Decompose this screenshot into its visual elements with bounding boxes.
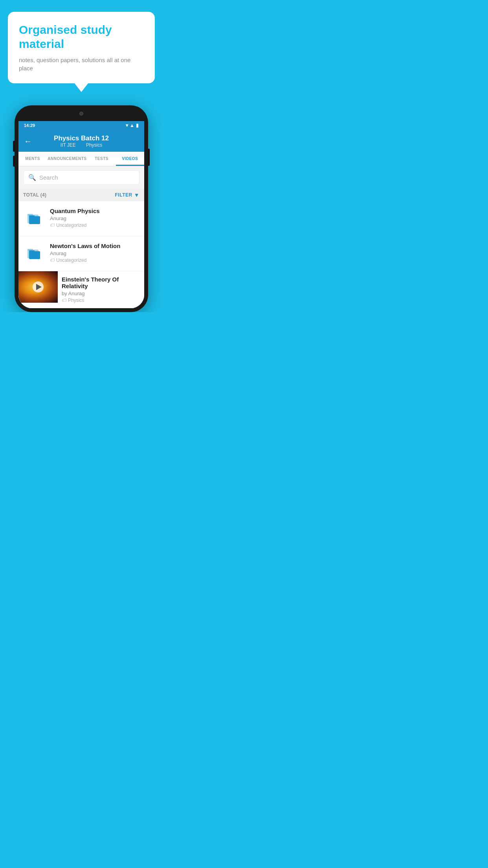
list-item[interactable]: Einstein's Theory Of Relativity by Anura… [18, 271, 144, 308]
tag-label-quantum: Uncategorized [56, 223, 86, 228]
phone-notch [58, 109, 105, 118]
tag-label-newton: Uncategorized [56, 257, 86, 263]
header-subtitle-separator [80, 142, 83, 148]
status-icons: ▾ ▲ ▮ [126, 123, 139, 128]
header-title: Physics Batch 12 [54, 134, 109, 142]
video-thumbnail-einstein [18, 271, 58, 303]
video-tag-quantum: 🏷 Uncategorized [50, 223, 139, 228]
app-header: ← Physics Batch 12 IIT JEE Physics [18, 130, 144, 152]
speech-bubble: Organised study material notes, question… [8, 12, 155, 83]
wifi-icon: ▾ [126, 123, 128, 128]
video-tag-einstein: 🏷 Physics [62, 298, 140, 303]
filter-bar: TOTAL (4) FILTER ▼ [18, 189, 144, 201]
phone-frame: 14:29 ▾ ▲ ▮ ← Physics Batch 12 IIT JEE P… [15, 105, 148, 312]
status-time: 14:29 [24, 123, 35, 128]
svg-rect-2 [29, 216, 40, 224]
list-item[interactable]: Quantum Physics Anurag 🏷 Uncategorized [18, 201, 144, 236]
phone-screen: 14:29 ▾ ▲ ▮ ← Physics Batch 12 IIT JEE P… [18, 121, 144, 308]
tag-icon: 🏷 [50, 223, 55, 228]
svg-rect-1 [28, 214, 33, 215]
video-author-einstein: by Anurag [62, 291, 140, 296]
tab-tests[interactable]: TESTS [88, 152, 116, 166]
filter-label: FILTER [115, 192, 132, 198]
volume-up-button [13, 141, 15, 152]
svg-rect-5 [28, 249, 33, 250]
speech-bubble-section: Organised study material notes, question… [0, 0, 163, 83]
power-button [148, 149, 150, 166]
tab-announcements[interactable]: ANNOUNCEMENTS [47, 152, 87, 166]
search-bar: 🔍 Search [18, 166, 144, 189]
search-input[interactable]: Search [39, 174, 58, 181]
camera-icon [79, 112, 83, 116]
search-icon: 🔍 [28, 174, 36, 181]
bubble-title: Organised study material [19, 23, 144, 51]
filter-icon: ▼ [134, 192, 139, 198]
folder-thumb-quantum [23, 208, 45, 230]
video-tag-newton: 🏷 Uncategorized [50, 257, 139, 263]
play-button[interactable] [33, 281, 44, 292]
video-title-quantum: Quantum Physics [50, 208, 139, 214]
status-bar: 14:29 ▾ ▲ ▮ [18, 121, 144, 130]
tabs-bar: MENTS ANNOUNCEMENTS TESTS VIDEOS [18, 152, 144, 166]
folder-icon [26, 245, 43, 262]
video-info-newton: Newton's Laws of Motion Anurag 🏷 Uncateg… [50, 243, 139, 263]
tag-label-einstein: Physics [68, 298, 84, 303]
video-title-newton: Newton's Laws of Motion [50, 243, 139, 249]
tag-icon: 🏷 [50, 257, 55, 263]
video-author-newton: Anurag [50, 250, 139, 256]
svg-rect-6 [29, 251, 40, 259]
play-icon [36, 284, 42, 290]
video-info-quantum: Quantum Physics Anurag 🏷 Uncategorized [50, 208, 139, 228]
folder-icon [26, 210, 43, 227]
list-item[interactable]: Newton's Laws of Motion Anurag 🏷 Uncateg… [18, 236, 144, 271]
volume-down-button [13, 156, 15, 167]
notch-bar [18, 109, 144, 121]
bubble-subtitle: notes, question papers, solutions all at… [19, 56, 144, 72]
header-subtitle: IIT JEE Physics [54, 142, 109, 148]
header-subtitle-part2: Physics [86, 142, 102, 148]
back-button[interactable]: ← [24, 137, 32, 146]
total-label: TOTAL (4) [23, 192, 46, 198]
video-author-quantum: Anurag [50, 215, 139, 221]
header-center: Physics Batch 12 IIT JEE Physics [54, 134, 109, 148]
search-input-wrapper[interactable]: 🔍 Search [23, 170, 139, 185]
battery-icon: ▮ [136, 123, 139, 128]
video-info-einstein: Einstein's Theory Of Relativity by Anura… [58, 271, 144, 308]
svg-rect-3 [29, 215, 35, 217]
tab-videos[interactable]: VIDEOS [116, 152, 144, 166]
tab-ments[interactable]: MENTS [18, 152, 47, 166]
signal-icon: ▲ [130, 123, 134, 128]
svg-rect-7 [29, 250, 35, 252]
folder-thumb-newton [23, 243, 45, 265]
header-subtitle-part1: IIT JEE [61, 142, 76, 148]
video-title-einstein: Einstein's Theory Of Relativity [62, 276, 140, 289]
video-list: Quantum Physics Anurag 🏷 Uncategorized [18, 201, 144, 308]
filter-button[interactable]: FILTER ▼ [115, 192, 139, 198]
tag-icon: 🏷 [62, 298, 66, 303]
